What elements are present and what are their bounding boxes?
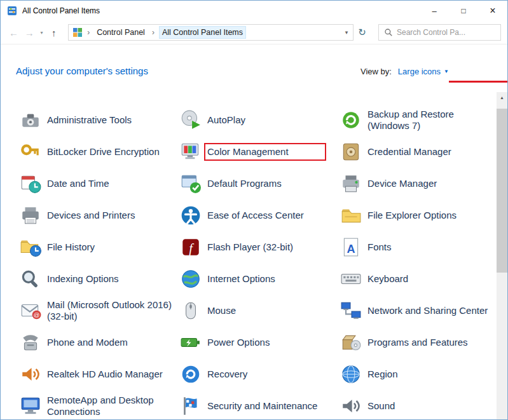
fonts-icon: A xyxy=(340,236,362,258)
scrollbar-thumb[interactable] xyxy=(497,109,507,273)
internet-options-icon xyxy=(180,268,202,290)
control-panel-item[interactable]: Backup and Restore (Windows 7) xyxy=(335,104,490,136)
search-box[interactable] xyxy=(378,24,501,41)
control-panel-item-label: Ease of Access Center xyxy=(207,210,304,221)
administrative-tools-icon xyxy=(20,109,41,131)
vertical-scrollbar[interactable]: ▲ xyxy=(497,92,507,419)
maximize-button[interactable]: □ xyxy=(449,1,478,21)
file-explorer-options-icon xyxy=(340,205,362,226)
control-panel-item[interactable]: BitLocker Drive Encryption xyxy=(15,136,175,168)
control-panel-item-label: Backup and Restore (Windows 7) xyxy=(367,109,490,131)
control-panel-item-label: Credential Manager xyxy=(367,146,451,158)
mail-icon: @ xyxy=(20,300,41,322)
control-panel-item[interactable]: Power Options xyxy=(175,327,335,358)
control-panel-item-label: Flash Player (32-bit) xyxy=(207,241,293,253)
control-panel-item[interactable]: RemoteApp and Desktop Connections xyxy=(15,390,175,420)
programs-and-features-icon xyxy=(340,332,362,353)
control-panel-item-label: Color Management xyxy=(207,146,323,158)
items-grid: Administrative Tools AutoPlay Backup and… xyxy=(15,104,490,420)
device-manager-icon xyxy=(340,173,362,194)
address-dropdown-icon[interactable]: ▾ xyxy=(345,29,350,36)
control-panel-item-label: Fonts xyxy=(367,241,392,253)
control-panel-item[interactable]: Sound xyxy=(335,390,490,420)
control-panel-item[interactable]: Date and Time xyxy=(15,168,175,200)
backup-and-restore-icon xyxy=(340,109,362,131)
control-panel-item[interactable]: Internet Options xyxy=(175,263,335,295)
sound-icon xyxy=(340,395,362,417)
control-panel-item[interactable]: Phone and Modem xyxy=(15,327,175,358)
control-panel-item[interactable]: Security and Maintenance xyxy=(175,390,335,420)
forward-button[interactable]: → xyxy=(22,27,38,38)
breadcrumb-all-control-panel-items[interactable]: All Control Panel Items xyxy=(159,26,246,39)
minimize-button[interactable]: – xyxy=(420,1,449,21)
breadcrumb-control-panel[interactable]: Control Panel xyxy=(94,27,148,38)
page-title: Adjust your computer's settings xyxy=(16,65,148,76)
control-panel-item[interactable]: Ease of Access Center xyxy=(175,200,335,231)
recovery-icon xyxy=(180,363,202,385)
keyboard-icon xyxy=(340,268,362,290)
control-panel-icon xyxy=(7,6,17,16)
network-sharing-icon xyxy=(340,300,362,322)
default-programs-icon xyxy=(180,173,202,194)
control-panel-item[interactable]: AutoPlay xyxy=(175,104,335,136)
up-button[interactable]: ↑ xyxy=(46,27,62,38)
search-input[interactable] xyxy=(397,28,495,37)
file-history-icon xyxy=(20,236,41,258)
control-panel-item-label: BitLocker Drive Encryption xyxy=(47,146,160,158)
svg-text:@: @ xyxy=(34,311,40,318)
control-panel-item-label: Programs and Features xyxy=(367,337,468,348)
control-panel-item[interactable]: Keyboard xyxy=(335,263,490,295)
close-button[interactable]: × xyxy=(478,1,507,21)
indexing-options-icon xyxy=(20,268,41,290)
control-panel-item[interactable]: Color Management xyxy=(175,136,335,168)
remoteapp-icon xyxy=(20,395,41,417)
bitlocker-icon xyxy=(20,141,41,163)
control-panel-item-label: Date and Time xyxy=(47,178,109,189)
control-panel-item-label: File History xyxy=(47,241,95,253)
mouse-icon xyxy=(180,300,202,322)
control-panel-item[interactable]: A Fonts xyxy=(335,231,490,263)
control-panel-item-label: Mouse xyxy=(207,305,236,316)
address-bar[interactable]: › Control Panel › All Control Panel Item… xyxy=(68,24,354,41)
control-panel-item[interactable]: Devices and Printers xyxy=(15,200,175,231)
control-panel-item[interactable]: File Explorer Options xyxy=(335,200,490,231)
control-panel-item[interactable]: Indexing Options xyxy=(15,263,175,295)
credential-manager-icon xyxy=(340,141,362,163)
ease-of-access-icon xyxy=(180,205,202,226)
control-panel-item[interactable]: Network and Sharing Center xyxy=(335,295,490,327)
back-button[interactable]: ← xyxy=(6,27,22,38)
control-panel-item-label: File Explorer Options xyxy=(367,210,457,221)
realtek-audio-icon xyxy=(20,363,41,385)
svg-text:A: A xyxy=(347,243,355,255)
view-by-dropdown-icon[interactable]: ▼ xyxy=(444,69,449,74)
view-by-value[interactable]: Large icons xyxy=(398,67,441,76)
control-panel-item[interactable]: Administrative Tools xyxy=(15,104,175,136)
region-icon xyxy=(340,363,362,385)
control-panel-item[interactable]: Recovery xyxy=(175,358,335,390)
control-panel-item-label: Device Manager xyxy=(367,178,437,189)
control-panel-item[interactable]: Default Programs xyxy=(175,168,335,200)
control-panel-item[interactable]: Region xyxy=(335,358,490,390)
control-panel-item[interactable]: f Flash Player (32-bit) xyxy=(175,231,335,263)
control-panel-item[interactable]: Mouse xyxy=(175,295,335,327)
control-panel-item-label: Security and Maintenance xyxy=(207,400,317,412)
control-panel-item[interactable]: Credential Manager xyxy=(335,136,490,168)
control-panel-item-label: AutoPlay xyxy=(207,114,245,126)
control-panel-item-label: Mail (Microsoft Outlook 2016) (32-bit) xyxy=(47,299,175,322)
scroll-up-icon[interactable]: ▲ xyxy=(497,92,507,103)
control-panel-item[interactable]: Device Manager xyxy=(335,168,490,200)
control-panel-item[interactable]: Programs and Features xyxy=(335,327,490,358)
history-dropdown-icon[interactable]: ▾ xyxy=(38,30,46,36)
refresh-button[interactable]: ↻ xyxy=(354,27,371,38)
breadcrumb-separator: › xyxy=(148,28,159,37)
control-panel-item-label: Keyboard xyxy=(367,273,408,285)
titlebar: All Control Panel Items – □ × xyxy=(1,1,507,21)
control-panel-item-label: Default Programs xyxy=(207,178,282,189)
search-icon xyxy=(384,28,393,37)
control-panel-item[interactable]: File History xyxy=(15,231,175,263)
control-panel-item-label: Indexing Options xyxy=(47,273,119,285)
control-panel-window: All Control Panel Items – □ × ← → ▾ ↑ › … xyxy=(0,0,508,420)
phone-and-modem-icon xyxy=(20,332,41,353)
control-panel-item[interactable]: @ Mail (Microsoft Outlook 2016) (32-bit) xyxy=(15,295,175,327)
control-panel-item[interactable]: Realtek HD Audio Manager xyxy=(15,358,175,390)
